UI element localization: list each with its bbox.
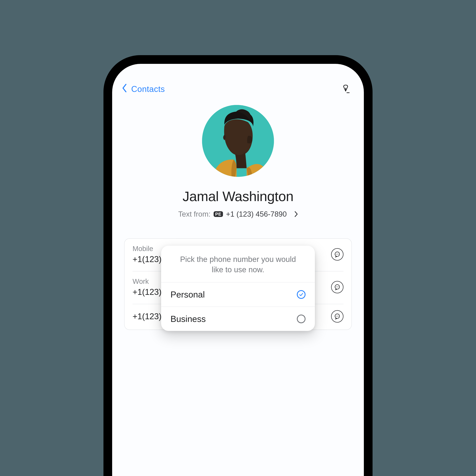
svg-point-8 [337, 287, 338, 287]
back-label: Contacts [131, 84, 165, 94]
avatar-container [112, 105, 364, 177]
back-button[interactable]: Contacts [122, 84, 165, 94]
message-icon[interactable] [331, 281, 343, 293]
svg-point-13 [338, 316, 339, 317]
radio-selected-icon [297, 290, 306, 299]
popover-hint: Pick the phone number you would like to … [161, 246, 315, 282]
edit-icon[interactable] [341, 84, 351, 94]
popover-option-personal[interactable]: Personal [161, 282, 315, 307]
text-from-number: +1 (123) 456-7890 [226, 210, 287, 218]
svg-point-12 [337, 316, 338, 317]
svg-point-11 [336, 316, 337, 317]
svg-point-5 [338, 254, 339, 255]
header: Contacts [112, 64, 364, 94]
svg-point-4 [337, 254, 338, 255]
option-label: Business [170, 314, 206, 324]
phone-screen: Contacts [112, 64, 364, 476]
line-badge: PE [214, 211, 223, 217]
number-picker-popover: Pick the phone number you would like to … [161, 246, 315, 331]
svg-point-3 [336, 254, 337, 255]
chevron-right-icon [294, 211, 298, 217]
text-from-selector[interactable]: Text from: PE +1 (123) 456-7890 [112, 210, 364, 218]
svg-point-0 [345, 88, 346, 89]
message-icon[interactable] [331, 310, 343, 323]
svg-point-9 [338, 287, 339, 287]
option-label: Personal [170, 289, 205, 300]
radio-unselected-icon [297, 315, 306, 323]
popover-option-business[interactable]: Business [161, 307, 315, 331]
contact-avatar[interactable] [202, 105, 274, 177]
message-icon[interactable] [331, 248, 343, 261]
chevron-left-icon [122, 84, 127, 94]
svg-point-7 [336, 287, 337, 287]
contact-name: Jamal Washington [112, 188, 364, 204]
phone-frame: Contacts [103, 55, 373, 476]
text-from-label: Text from: [178, 210, 210, 218]
